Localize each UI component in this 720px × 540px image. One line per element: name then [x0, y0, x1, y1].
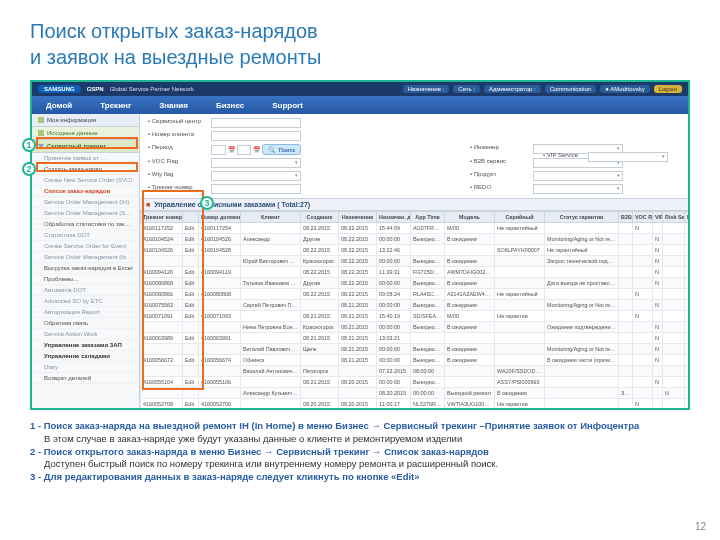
- table-row[interactable]: 4160094120Edit416009411908.22.201508.22.…: [141, 267, 689, 278]
- tracking-link[interactable]: 4160056672: [141, 355, 183, 366]
- tracking-link[interactable]: 4160080868: [141, 278, 183, 289]
- edit-button[interactable]: Edit: [183, 300, 199, 311]
- edit-button[interactable]: Edit: [183, 377, 199, 388]
- search-button[interactable]: 🔍Поиск: [262, 144, 301, 155]
- edit-button[interactable]: Edit: [183, 399, 199, 409]
- grid-header[interactable]: App Time: [411, 212, 445, 223]
- table-row[interactable]: 4160104526Edit416010452808.22.201508.22.…: [141, 245, 689, 256]
- grid-header[interactable]: Серийный: [495, 212, 545, 223]
- grid-header[interactable]: Назначен. дата: [377, 212, 411, 223]
- nav-support[interactable]: Support: [272, 101, 303, 110]
- edit-button[interactable]: Edit: [183, 267, 199, 278]
- grid-header[interactable]: Модель: [445, 212, 495, 223]
- sidebar-item-order-list[interactable]: Список заказ-нарядов: [32, 186, 139, 197]
- grid-header[interactable]: VOC REDO: [633, 212, 653, 223]
- sidebar-band-myinfo[interactable]: Моя информация: [32, 114, 139, 127]
- filter-select[interactable]: [588, 152, 668, 162]
- grid-header[interactable]: Создание: [301, 212, 339, 223]
- filter-input[interactable]: [211, 118, 301, 128]
- filter-select[interactable]: [211, 171, 301, 181]
- tracking-link[interactable]: 4160055104: [141, 377, 183, 388]
- sidebar-item[interactable]: Diary: [32, 362, 139, 373]
- grid-header[interactable]: Номер долмента АСЦ: [199, 212, 241, 223]
- sidebar-item[interactable]: Create Service Order for Event: [32, 241, 139, 252]
- nav-knowledge[interactable]: Знания: [159, 101, 188, 110]
- nav-business[interactable]: Бизнес: [216, 101, 244, 110]
- logout-button[interactable]: Logout: [654, 85, 682, 93]
- tracking-link[interactable]: 4160117252: [141, 223, 183, 234]
- grid-header[interactable]: VIP: [653, 212, 663, 223]
- sidebar-item[interactable]: Service Action Work: [32, 329, 139, 340]
- sidebar-item[interactable]: Create New Service Order (SVC): [32, 175, 139, 186]
- tracking-link[interactable]: 4160104524: [141, 234, 183, 245]
- filter-select[interactable]: [211, 158, 301, 168]
- nav-tracking[interactable]: Трекинг: [100, 101, 131, 110]
- tracking-link[interactable]: 4160104526: [141, 245, 183, 256]
- grid-header[interactable]: Статус гарантии: [545, 212, 619, 223]
- table-row[interactable]: 4160071091Edit416007109308.21.201508.21.…: [141, 311, 689, 322]
- filter-select[interactable]: [533, 184, 623, 194]
- edit-button[interactable]: Edit: [183, 245, 199, 256]
- sidebar-item[interactable]: Авторизация Report: [32, 307, 139, 318]
- sidebar-item[interactable]: Service Order Management (SOS): [32, 208, 139, 219]
- table-row[interactable]: Василий Антонович ТимофеевПятигорск07.22…: [141, 366, 689, 377]
- grid-header[interactable]: Risk Sensing: [663, 212, 685, 223]
- edit-button[interactable]: Edit: [183, 278, 199, 289]
- grid-header[interactable]: Трекинг номер: [141, 212, 183, 223]
- grid-header[interactable]: [183, 212, 199, 223]
- top-chip-user[interactable]: ● AModriovsky: [600, 85, 649, 93]
- filter-input[interactable]: [211, 131, 301, 141]
- tracking-link[interactable]: 4160075563: [141, 300, 183, 311]
- table-row[interactable]: 4160080866Edit416008086808.22.201508.22.…: [141, 289, 689, 300]
- edit-button[interactable]: Edit: [183, 289, 199, 300]
- table-row[interactable]: 4160075563EditСергей Петрович Петров08.2…: [141, 300, 689, 311]
- calendar-icon[interactable]: 📅: [228, 146, 235, 153]
- top-chip[interactable]: Сеть :: [453, 85, 480, 93]
- table-row[interactable]: 4160104524Edit4160104526АлександрДругие0…: [141, 234, 689, 245]
- table-row[interactable]: 4160055104Edit416005510608.21.201508.20.…: [141, 377, 689, 388]
- sidebar-item[interactable]: Aвтоматів DOT: [32, 285, 139, 296]
- sidebar-item[interactable]: Управление заказами 3AП: [32, 340, 139, 351]
- table-row[interactable]: 4160117252Edit416011725408.22.201508.22.…: [141, 223, 689, 234]
- filter-date-from[interactable]: [211, 145, 226, 155]
- grid-header[interactable]: Клиент: [241, 212, 301, 223]
- filter-select[interactable]: [533, 171, 623, 181]
- nav-home[interactable]: Домой: [46, 101, 72, 110]
- sidebar-item[interactable]: Возврат деталей: [32, 373, 139, 384]
- table-row[interactable]: 4160056672Edit4160056674Обнинск08.21.201…: [141, 355, 689, 366]
- sidebar-item[interactable]: Проблемы...: [32, 274, 139, 285]
- top-chip[interactable]: Communication: [545, 85, 597, 93]
- sidebar-item[interactable]: Создать заказ-наряд: [32, 164, 139, 175]
- edit-button[interactable]: Edit: [183, 223, 199, 234]
- tracking-link[interactable]: 4160052708: [141, 399, 183, 409]
- table-row[interactable]: Виталий Павлович ФилаточевЩелк08.21.2015…: [141, 344, 689, 355]
- filter-input[interactable]: [211, 184, 301, 194]
- edit-button[interactable]: Edit: [183, 333, 199, 344]
- grid-header[interactable]: Risk Reason: [685, 212, 689, 223]
- calendar-icon[interactable]: 📅: [253, 146, 260, 153]
- edit-button[interactable]: Edit: [183, 234, 199, 245]
- tracking-link[interactable]: 4160080866: [141, 289, 183, 300]
- grid-header[interactable]: Назначение: [339, 212, 377, 223]
- table-row[interactable]: 4160063989Edit416006399108.21.201508.21.…: [141, 333, 689, 344]
- filter-date-to[interactable]: [237, 145, 252, 155]
- sidebar-item[interactable]: Service Order Management (IH): [32, 197, 139, 208]
- sidebar-item[interactable]: Обработка статистики по заказ-...: [32, 219, 139, 230]
- edit-button[interactable]: Edit: [183, 311, 199, 322]
- edit-button[interactable]: Edit: [183, 355, 199, 366]
- sidebar-item[interactable]: Принятие заявок от ...: [32, 153, 139, 164]
- sidebar-item[interactable]: Service Order Management (for Event): [32, 252, 139, 263]
- top-chip[interactable]: Администратор :: [484, 85, 541, 93]
- table-row[interactable]: Юрий Викторович ВиноградКрасногорск08.22…: [141, 256, 689, 267]
- sidebar-band-source[interactable]: Исходные данные: [32, 127, 139, 140]
- tracking-link[interactable]: 4160063989: [141, 333, 183, 344]
- sidebar-item[interactable]: Cтатистика DOT: [32, 230, 139, 241]
- table-row[interactable]: Нина Петровна БондарьКрасногорск08.21.20…: [141, 322, 689, 333]
- table-row[interactable]: 4160052708Edit416005270608.20.201508.20.…: [141, 399, 689, 409]
- sidebar-item[interactable]: Обратная связь: [32, 318, 139, 329]
- table-row[interactable]: 4160080868EditТатьяна Ивановна Афанасьев…: [141, 278, 689, 289]
- sidebar-item[interactable]: Управление складами: [32, 351, 139, 362]
- top-chip[interactable]: Назначение :: [403, 85, 450, 93]
- tracking-link[interactable]: 4160094120: [141, 267, 183, 278]
- grid-header[interactable]: B2B: [619, 212, 633, 223]
